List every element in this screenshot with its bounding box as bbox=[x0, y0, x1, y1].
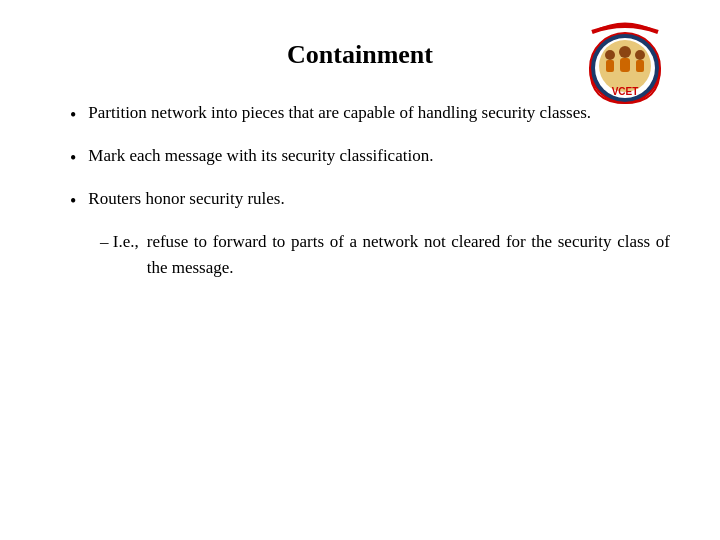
svg-rect-4 bbox=[620, 58, 630, 72]
svg-point-5 bbox=[605, 50, 615, 60]
bullet-dot-1: • bbox=[70, 102, 76, 129]
bullet-text-2: Mark each message with its security clas… bbox=[88, 143, 670, 169]
sub-item-1: – I.e., refuse to forward to parts of a … bbox=[100, 229, 670, 280]
sub-text-1: refuse to forward to parts of a network … bbox=[147, 229, 670, 280]
slide: Containment bbox=[0, 0, 720, 540]
bullet-text-3: Routers honor security rules. bbox=[88, 186, 670, 212]
svg-point-3 bbox=[619, 46, 631, 58]
slide-title: Containment bbox=[50, 30, 670, 70]
slide-header: Containment bbox=[50, 30, 670, 70]
logo-container: VCET bbox=[580, 20, 670, 105]
bullet-item-2: • Mark each message with its security cl… bbox=[70, 143, 670, 172]
svg-rect-8 bbox=[636, 60, 644, 72]
sub-prefix-1: – I.e., bbox=[100, 229, 139, 255]
slide-content: • Partition network into pieces that are… bbox=[50, 100, 670, 280]
bullet-item-3: • Routers honor security rules. bbox=[70, 186, 670, 215]
svg-text:VCET: VCET bbox=[612, 86, 639, 97]
svg-rect-6 bbox=[606, 60, 614, 72]
svg-point-7 bbox=[635, 50, 645, 60]
bullet-dot-2: • bbox=[70, 145, 76, 172]
vcet-logo: VCET bbox=[580, 20, 670, 105]
bullet-dot-3: • bbox=[70, 188, 76, 215]
